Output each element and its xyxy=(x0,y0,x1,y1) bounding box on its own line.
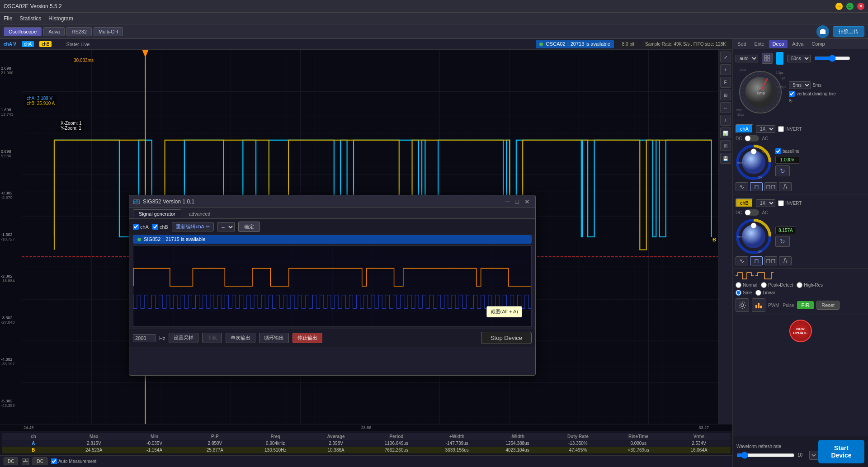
start-device-button[interactable]: Start Device xyxy=(818,440,864,463)
ch-b-coupling-toggle[interactable] xyxy=(745,209,759,216)
stop-device-button[interactable]: Stop Device xyxy=(481,332,532,344)
ms-select-1[interactable]: 5ms xyxy=(789,81,811,89)
rtab-deco[interactable]: Deco xyxy=(769,40,788,48)
sig-setup-button[interactable]: 设置采样 xyxy=(169,333,198,343)
zoom-in-button[interactable]: + xyxy=(720,64,731,75)
auto-measurement-checkbox[interactable]: Auto Measurement xyxy=(51,458,97,464)
ch-a-coupling-toggle[interactable] xyxy=(745,135,759,142)
filter-button[interactable]: F xyxy=(720,77,731,88)
ch-a-refresh-btn[interactable]: ↻ xyxy=(775,165,790,176)
wave-sine-icon[interactable]: ∿ xyxy=(736,182,748,191)
waveform-rate-slider[interactable] xyxy=(736,452,795,459)
close-button[interactable]: ✕ xyxy=(857,3,864,10)
radio-sine[interactable]: Sine xyxy=(736,290,752,296)
vdl-checkbox[interactable] xyxy=(789,91,795,97)
sig-confirm-button[interactable]: 确定 xyxy=(238,222,260,232)
sig-single-button[interactable]: 单次输出 xyxy=(226,333,255,343)
ch-b-invert-label[interactable]: INVERT xyxy=(778,200,802,206)
sig-cha-input[interactable] xyxy=(133,224,139,230)
fullscreen-button[interactable]: ⤢ xyxy=(720,52,731,62)
radio-peak[interactable]: Peak-Detect xyxy=(761,282,793,288)
sig-stop-output-button[interactable]: 停止输出 xyxy=(292,333,322,343)
sig-maximize-button[interactable]: □ xyxy=(514,198,521,205)
wave-b-square[interactable]: ⊓ xyxy=(750,256,763,265)
rtab-sett[interactable]: Sett xyxy=(734,40,750,48)
settings-icon[interactable] xyxy=(736,298,749,312)
ch-a-invert-checkbox[interactable] xyxy=(778,126,784,132)
menu-histogram[interactable]: Histogram xyxy=(48,15,73,22)
sig-freq-input[interactable] xyxy=(133,334,156,342)
dc-button-2[interactable]: DC xyxy=(33,458,47,465)
maximize-button[interactable]: □ xyxy=(846,3,854,10)
ns-select[interactable]: 50ns xyxy=(787,55,811,62)
camera-icon[interactable] xyxy=(816,25,829,38)
chart-histogram-icon[interactable] xyxy=(752,298,765,312)
tab-multi-ch[interactable]: Multi-CH xyxy=(94,27,123,36)
channel-icon[interactable] xyxy=(22,458,29,465)
radio-sine-input[interactable] xyxy=(736,290,741,296)
wave-pulse-icon[interactable]: ⊓⊓ xyxy=(764,182,777,191)
rtab-exte[interactable]: Exte xyxy=(751,40,768,48)
time-knob[interactable]: 10μs 2.5μs 1μs 0.25μs 25μs 25ns xyxy=(736,67,785,117)
sig-tab-advanced[interactable]: advanced xyxy=(183,209,217,218)
menu-file[interactable]: File xyxy=(4,15,12,22)
ch-a-badge[interactable]: chA xyxy=(22,41,34,47)
rtab-comp[interactable]: Comp xyxy=(808,40,828,48)
chart-button[interactable]: 📊 xyxy=(720,127,731,138)
tab-adva[interactable]: Adva xyxy=(43,27,65,36)
menu-statistics[interactable]: Statistics xyxy=(19,15,41,22)
tab-oscilloscope[interactable]: Oscilloscope xyxy=(4,27,42,36)
sig-download-button[interactable]: 下载 xyxy=(202,333,222,343)
ch-a-button[interactable]: chA xyxy=(736,124,753,133)
ch-b-button[interactable]: chB xyxy=(736,198,753,208)
sig-tab-generator[interactable]: Signal generator xyxy=(133,209,181,218)
sig-chb-checkbox[interactable]: chB xyxy=(152,224,168,230)
reset-button[interactable]: Reset xyxy=(816,301,840,310)
ch-a-knob[interactable]: 50mV 2V ch B xyxy=(736,144,772,180)
ch-b-knob[interactable]: 50mV 2V xyxy=(736,218,772,255)
new-update-badge[interactable]: NEW UPDATE xyxy=(789,320,812,342)
radio-linear-input[interactable] xyxy=(755,290,761,296)
dc-button-1[interactable]: DC xyxy=(4,458,18,465)
grid-button[interactable]: ⊞ xyxy=(720,90,731,100)
radio-high-res-input[interactable] xyxy=(797,282,802,288)
wave-b-sine[interactable]: ∿ xyxy=(736,256,748,265)
sig-canvas[interactable]: 截图(Alt + A) xyxy=(133,245,532,327)
sig-cha-checkbox[interactable]: chA xyxy=(133,224,149,230)
fir-button[interactable]: FIR xyxy=(797,301,814,309)
wave-b-tri[interactable]: /\ xyxy=(779,256,792,265)
radio-linear[interactable]: Linear xyxy=(755,290,775,296)
wave-square-icon[interactable]: ⊓ xyxy=(750,182,763,191)
ch-b-invert-checkbox[interactable] xyxy=(778,200,784,206)
sig-mode-select[interactable]: -- xyxy=(217,222,235,231)
sig-minimize-button[interactable]: ─ xyxy=(504,198,512,205)
radio-high-res[interactable]: High-Res xyxy=(797,282,823,288)
auto-select[interactable]: auto xyxy=(736,55,758,62)
grid-btn-1[interactable] xyxy=(762,53,773,64)
cursor-button[interactable]: ↔ xyxy=(720,102,731,113)
sig-chb-input[interactable] xyxy=(152,224,158,230)
add-button[interactable]: ⊞ xyxy=(720,140,731,151)
wave-b-pulse[interactable]: ⊓⊓ xyxy=(764,256,777,265)
save-button[interactable]: 💾 xyxy=(720,153,731,164)
radio-normal-input[interactable] xyxy=(736,282,741,288)
rtab-adva[interactable]: Adva xyxy=(788,40,807,48)
sig-close-button[interactable]: ✕ xyxy=(523,198,532,205)
ch-a-invert-label[interactable]: INVERT xyxy=(778,126,802,132)
right-slider[interactable] xyxy=(814,55,850,62)
ch-b-badge[interactable]: chB xyxy=(39,41,52,47)
wave-tri-icon[interactable]: /\ xyxy=(779,182,792,191)
tab-rs232[interactable]: RS232 xyxy=(66,27,92,36)
upload-button[interactable]: 拍照上传 xyxy=(833,26,864,37)
auto-measurement-input[interactable] xyxy=(51,458,57,464)
radio-normal[interactable]: Normal xyxy=(736,282,757,288)
rate-arrow-icon[interactable] xyxy=(809,451,818,460)
baseline-checkbox-label[interactable]: baseline xyxy=(775,148,799,154)
sig-loop-button[interactable]: 循环输出 xyxy=(259,333,289,343)
sig-edit-button[interactable]: 重新编辑chA ✏ xyxy=(172,222,214,231)
ch-a-multiplier[interactable]: 1X xyxy=(756,125,775,133)
ch-b-refresh-btn[interactable]: ↻ xyxy=(775,236,790,247)
baseline-checkbox[interactable] xyxy=(775,148,781,154)
minimize-button[interactable]: ─ xyxy=(835,3,843,10)
ch-b-multiplier[interactable]: 1X xyxy=(756,199,775,207)
